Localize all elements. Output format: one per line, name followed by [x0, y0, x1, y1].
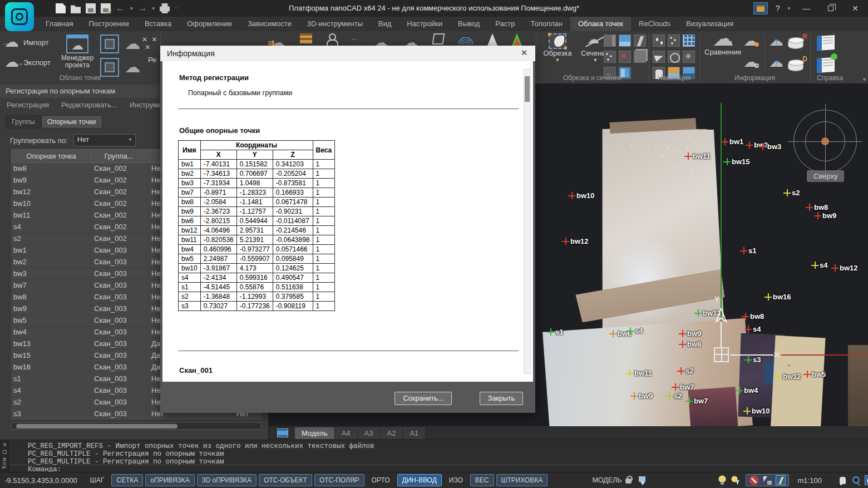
grid-view-icon[interactable]	[683, 34, 695, 47]
dialog-title[interactable]: Информация	[160, 46, 535, 61]
point-marker-bw4[interactable]: bw4	[736, 386, 758, 395]
point-marker-bw12[interactable]: bw12	[831, 264, 858, 272]
mesh-view-icon[interactable]	[668, 34, 680, 47]
point-marker-bw12[interactable]: bw12	[562, 237, 589, 245]
zoom-window-icon[interactable]	[865, 475, 868, 485]
annotation-add-icon[interactable]	[731, 475, 741, 485]
help-caret-icon[interactable]: ▾	[787, 6, 790, 11]
status-toggle-СЕТКА[interactable]: СЕТКА	[111, 474, 143, 486]
help-book-button[interactable]	[817, 36, 835, 50]
point-marker-bw16[interactable]: bw16	[765, 293, 791, 301]
column-header-point[interactable]: Опорная точка	[14, 152, 88, 160]
status-toggle-ИЗО[interactable]: ИЗО	[444, 474, 468, 486]
point-marker-s1[interactable]: s1	[547, 328, 563, 336]
point-marker-bw1[interactable]: bw1	[721, 137, 743, 146]
layout-tab-Модель[interactable]: Модель	[295, 427, 335, 439]
export-button[interactable]: ☁→ Экспорт	[4, 56, 51, 69]
point-marker-bw8[interactable]: bw8	[679, 340, 701, 348]
ribbon-tab-6[interactable]: 3D-инструменты	[299, 17, 371, 31]
ribbon-tab-7[interactable]: Вид	[371, 17, 400, 31]
point-marker-bw3[interactable]: bw3	[759, 142, 781, 151]
point-marker-bw9[interactable]: bw9	[679, 329, 701, 338]
point-marker-bw10[interactable]: bw10	[743, 407, 770, 415]
compare-add-button[interactable]: ☁	[743, 34, 758, 48]
command-line[interactable]: ✕ Ком PC_REG_IMPORT_REFS - Импорт опорны…	[0, 440, 868, 472]
layout-tab-A4[interactable]: A4	[335, 427, 358, 439]
model-space-label[interactable]: МОДЕЛЬ	[592, 476, 622, 484]
panel-tab-2[interactable]: Опорные точки	[41, 115, 102, 129]
layout-tab-A1[interactable]: A1	[403, 427, 426, 439]
save-section-icon[interactable]	[619, 34, 631, 47]
status-toggle-ДИН-ВВОД[interactable]: ДИН-ВВОД	[397, 474, 442, 486]
close-button[interactable]: ✕	[847, 4, 864, 13]
section-plane-icon[interactable]	[604, 34, 616, 47]
status-toggle-ОТС-ПОЛЯР[interactable]: ОТС-ПОЛЯР	[314, 474, 364, 486]
walk-icon[interactable]	[653, 34, 665, 47]
column-header-group[interactable]: Группа...	[91, 152, 146, 160]
package-icon[interactable]	[753, 2, 768, 14]
flash-section-icon[interactable]	[634, 34, 646, 47]
wheel-center-dot[interactable]	[821, 137, 829, 145]
no-entry-icon[interactable]	[749, 475, 759, 485]
dialog-close-icon[interactable]: ✕	[519, 48, 530, 58]
layout-list-icon[interactable]	[277, 428, 288, 437]
import-button[interactable]: ☁→ Импорт	[4, 36, 48, 49]
ribbon-tab-13[interactable]: ReClouds	[631, 17, 678, 31]
point-marker-s4[interactable]: s4	[744, 325, 761, 333]
ribbon-tab-5[interactable]: Зависимости	[240, 17, 299, 31]
status-toggle-оПРИВЯЗКА[interactable]: оПРИВЯЗКА	[145, 474, 194, 486]
point-marker-bw9[interactable]: bw9	[814, 211, 836, 220]
point-marker-s3[interactable]: s3	[744, 356, 761, 364]
status-toggle-ОРТО[interactable]: ОРТО	[367, 474, 395, 486]
ribbon-tab-4[interactable]: Оформление	[179, 17, 240, 31]
save-button[interactable]: Сохранить...	[394, 392, 452, 405]
table-list-icon[interactable]	[300, 33, 312, 43]
point-marker-bw8[interactable]: bw8	[742, 312, 764, 321]
point-marker-bw8[interactable]: bw8	[806, 203, 828, 211]
point-marker-bw11[interactable]: bw11	[684, 152, 711, 160]
point-marker-bw10[interactable]: bw10	[568, 191, 595, 200]
point-marker-bw12[interactable]: bw12	[775, 372, 801, 381]
status-toggle-ВЕС[interactable]: ВЕС	[470, 474, 494, 486]
orbit-icon[interactable]	[668, 51, 680, 63]
point-marker-s1[interactable]: s1	[740, 247, 756, 255]
ribbon-tab-8[interactable]: Настройки	[399, 17, 450, 31]
panel-menu-item-2[interactable]: Редактировать...	[61, 101, 117, 109]
point-marker-bw11[interactable]: bw11	[626, 369, 652, 377]
point-marker-s4[interactable]: s4	[627, 327, 643, 335]
cloud-info-button[interactable]: ☁?	[769, 34, 783, 48]
project-manager-button[interactable]: ☁ Менеджер проекта	[59, 34, 96, 69]
compare-button[interactable]: ☁ Сравнение	[704, 32, 742, 56]
view-direction-badge[interactable]: Сверху	[807, 170, 844, 182]
ribbon-tab-11[interactable]: Топоплан	[523, 17, 570, 31]
database-r-button[interactable]: R	[788, 36, 803, 49]
point-marker-s2[interactable]: s2	[665, 392, 682, 400]
small-arrow-icon[interactable]: ←	[351, 33, 358, 43]
spider-view-icon[interactable]	[683, 51, 695, 63]
registration-button-label[interactable]: Ре	[148, 56, 156, 64]
auto-scale-icon[interactable]	[776, 475, 786, 485]
point-marker-bw9[interactable]: bw9	[630, 392, 653, 400]
ribbon-tab-3[interactable]: Вставка	[137, 17, 179, 31]
layout-tab-A3[interactable]: A3	[358, 427, 381, 439]
lock-icon[interactable]	[624, 475, 634, 485]
point-marker-s4[interactable]: s4	[811, 261, 827, 269]
ribbon-tab-12[interactable]: Облака точек	[570, 17, 631, 31]
cursor-select-icon[interactable]	[762, 475, 772, 485]
panel-menu-item-1[interactable]: Регистрация	[7, 101, 49, 109]
help-menu[interactable]: ?	[776, 4, 780, 13]
tree-classified-icon[interactable]	[512, 33, 522, 46]
point-marker-bw15[interactable]: bw15	[723, 157, 750, 166]
ribbon-tab-14[interactable]: Визуализация	[678, 17, 741, 31]
annotation-scale-value[interactable]: m1:100	[798, 476, 822, 485]
tree-white-icon[interactable]	[487, 33, 497, 46]
restore-button[interactable]	[822, 4, 839, 13]
dialog-scrollbar-thumb[interactable]	[525, 76, 530, 102]
bounding-cube-icon[interactable]	[432, 33, 445, 45]
dialog-scrollbar[interactable]	[524, 69, 531, 374]
ucs-origin-icon[interactable]	[714, 347, 729, 362]
app-logo[interactable]	[5, 2, 34, 31]
compare-ref-button[interactable]: ☁	[743, 56, 758, 69]
point-marker-s2[interactable]: s2	[677, 367, 693, 375]
panel-tab-1[interactable]: Группы	[6, 115, 41, 129]
